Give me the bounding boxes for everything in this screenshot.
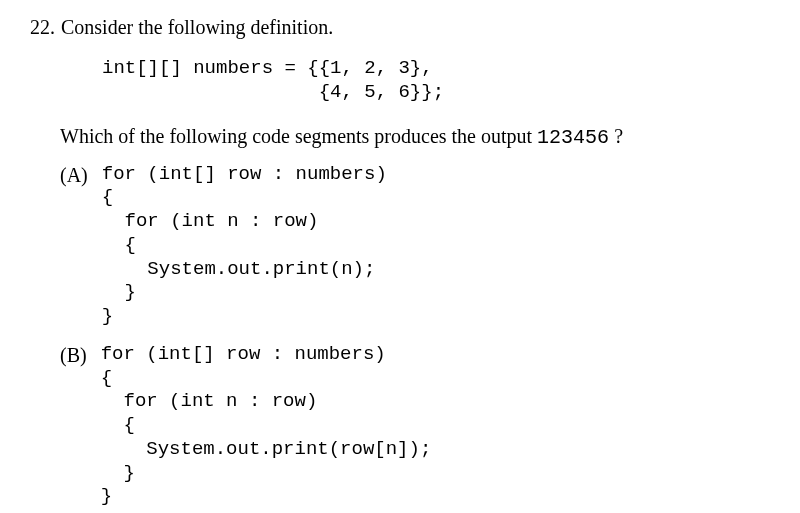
option-b-code: for (int[] row : numbers) { for (int n :… — [101, 343, 432, 509]
option-b: (B) for (int[] row : numbers) { for (int… — [30, 343, 770, 509]
subquestion-suffix: ? — [609, 125, 623, 147]
question-text: Consider the following definition. — [61, 16, 333, 39]
question-header: 22. Consider the following definition. — [30, 16, 770, 39]
option-a: (A) for (int[] row : numbers) { for (int… — [30, 163, 770, 329]
subquestion-output: 123456 — [537, 126, 609, 149]
subquestion: Which of the following code segments pro… — [30, 125, 770, 149]
option-a-code: for (int[] row : numbers) { for (int n :… — [102, 163, 387, 329]
question-number: 22. — [30, 16, 55, 39]
definition-code: int[][] numbers = {{1, 2, 3}, {4, 5, 6}}… — [30, 57, 770, 105]
option-b-label: (B) — [60, 343, 87, 509]
subquestion-prefix: Which of the following code segments pro… — [60, 125, 537, 147]
option-a-label: (A) — [60, 163, 88, 329]
